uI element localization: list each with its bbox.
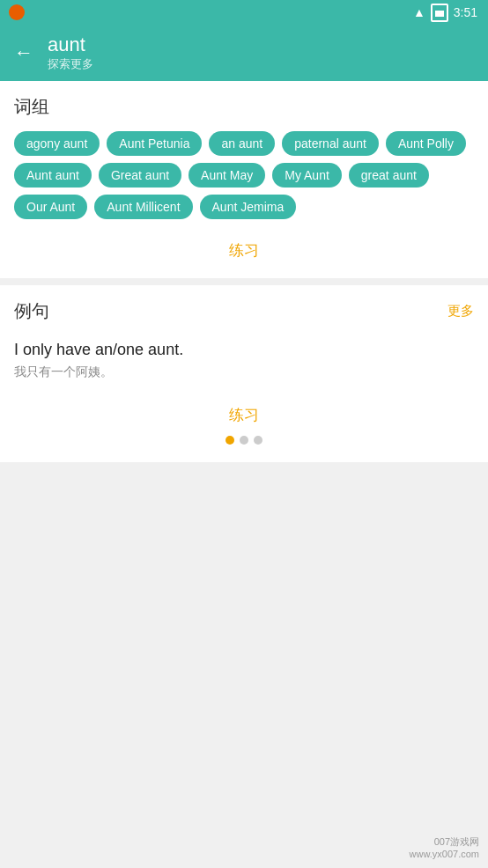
app-icon (9, 4, 25, 20)
header: ← aunt 探索更多 (0, 25, 488, 81)
phrases-card: 词组 agony auntAunt Petuniaan auntpaternal… (0, 81, 488, 278)
header-title: aunt (48, 33, 93, 56)
header-text: aunt 探索更多 (48, 33, 93, 72)
phrase-tag[interactable]: great aunt (349, 163, 429, 188)
watermark-line1: 007游戏网 (410, 835, 479, 849)
example-sentence-zh: 我只有一个阿姨。 (14, 364, 474, 380)
examples-section-title: 例句 (14, 299, 49, 323)
examples-card: 例句 更多 I only have an/one aunt.我只有一个阿姨。 练… (0, 285, 488, 462)
phrase-tag[interactable]: Aunt aunt (14, 163, 92, 188)
status-icons: ▲ 3:51 (413, 4, 477, 22)
phrase-tag[interactable]: an aunt (209, 131, 275, 156)
wifi-icon: ▲ (413, 5, 425, 19)
header-subtitle: 探索更多 (48, 56, 93, 72)
phrase-tag[interactable]: Aunt May (189, 163, 265, 188)
phrases-section-title: 词组 (14, 95, 474, 119)
carousel-dot[interactable] (226, 436, 234, 445)
phrases-practice-link[interactable]: 练习 (14, 233, 474, 264)
phrase-tag[interactable]: Our Aunt (14, 195, 87, 219)
phrase-tag[interactable]: My Aunt (272, 163, 342, 188)
watermark: 007游戏网 www.yx007.com (410, 835, 479, 859)
battery-icon (431, 4, 448, 22)
examples-header: 例句 更多 (14, 299, 474, 323)
content: 词组 agony auntAunt Petuniaan auntpaternal… (0, 81, 488, 462)
phrase-tag[interactable]: agony aunt (14, 131, 100, 156)
carousel-dot[interactable] (254, 436, 262, 445)
sentences-container: I only have an/one aunt.我只有一个阿姨。 (14, 341, 474, 380)
phrase-tag[interactable]: paternal aunt (282, 131, 379, 156)
phrase-tag[interactable]: Great aunt (99, 163, 181, 188)
tags-container: agony auntAunt Petuniaan auntpaternal au… (14, 131, 474, 219)
phrase-tag[interactable]: Aunt Jemima (200, 195, 297, 219)
back-button[interactable]: ← (14, 43, 33, 63)
carousel-dot[interactable] (240, 436, 248, 445)
time-display: 3:51 (454, 5, 477, 19)
more-link[interactable]: 更多 (447, 303, 474, 320)
examples-practice-link[interactable]: 练习 (14, 398, 474, 429)
status-bar: ▲ 3:51 (0, 0, 488, 25)
phrase-tag[interactable]: Aunt Polly (386, 131, 466, 156)
dots-container (14, 429, 474, 448)
phrase-tag[interactable]: Aunt Petunia (107, 131, 202, 156)
phrase-tag[interactable]: Aunt Millicent (94, 195, 192, 219)
watermark-line2: www.yx007.com (410, 849, 479, 859)
example-sentence-en: I only have an/one aunt. (14, 341, 474, 359)
